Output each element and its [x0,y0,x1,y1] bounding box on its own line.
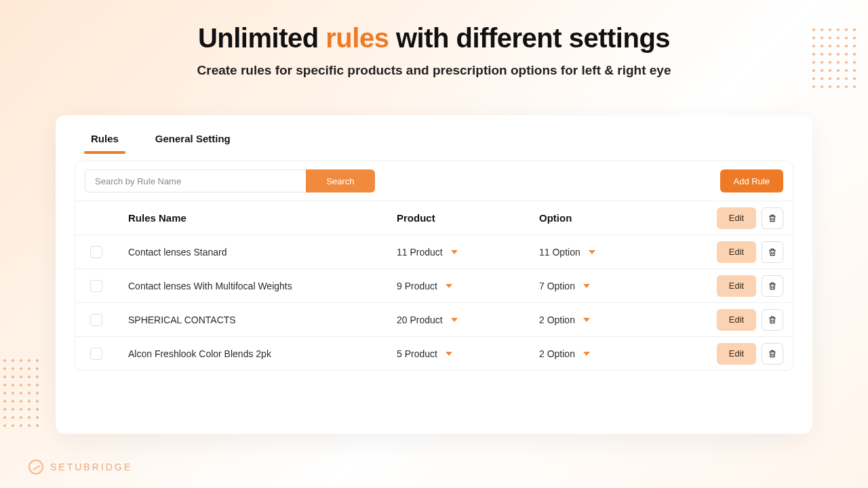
search-input[interactable] [85,169,306,192]
col-option: Option [539,212,675,224]
decorative-dots-bottom-left [3,359,39,427]
search-button[interactable]: Search [306,169,375,192]
add-rule-button[interactable]: Add Rule [720,169,783,192]
brand-logo-icon [28,460,43,474]
edit-button[interactable]: Edit [717,343,756,365]
product-cell: 11 Product [397,247,539,258]
table-row: Contact lenses With Multifocal Weights9 … [75,268,793,302]
page-title: Unlimited rules with different settings [0,23,868,54]
delete-button[interactable] [762,343,783,365]
tab-rules[interactable]: Rules [87,127,123,154]
option-cell: 7 Option [539,281,675,291]
chevron-down-icon[interactable] [589,250,595,254]
trash-icon [768,247,777,257]
product-cell: 9 Product [397,281,539,291]
rule-name-cell: SPHERICAL CONTACTS [128,314,397,325]
toolbar: Search Add Rule [75,161,793,201]
rule-name-cell: Contact lenses With Multifocal Weights [128,281,397,291]
search-group: Search [85,169,375,192]
row-checkbox[interactable] [90,348,102,360]
hero-section: Unlimited rules with different settings … [0,0,868,78]
table-header: Rules Name Product Option Edit [75,201,793,235]
option-cell: 11 Option [539,247,675,258]
tab-bar: Rules General Setting [75,127,793,154]
rules-card: Search Add Rule Rules Name Product Optio… [75,161,793,371]
title-pre: Unlimited [198,23,326,53]
row-checkbox[interactable] [90,246,102,258]
row-checkbox[interactable] [90,314,102,326]
brand-name: SETUBRIDGE [50,462,132,472]
rule-name-cell: Contact lenses Stanard [128,247,397,258]
chevron-down-icon[interactable] [451,318,458,322]
product-cell: 20 Product [397,314,539,325]
rules-panel: Rules General Setting Search Add Rule Ru… [56,115,812,434]
trash-icon [768,281,777,291]
delete-button[interactable] [762,275,783,297]
delete-button[interactable] [762,309,783,331]
chevron-down-icon[interactable] [583,352,590,356]
edit-button[interactable]: Edit [717,275,756,297]
product-cell: 5 Product [397,348,539,359]
col-rules-name: Rules Name [128,212,397,224]
col-product: Product [397,212,539,224]
title-accent: rules [326,23,389,53]
chevron-down-icon[interactable] [583,318,590,322]
chevron-down-icon[interactable] [451,250,458,254]
delete-header-button[interactable] [762,207,783,229]
table-row: Alcon Freshlook Color Blends 2pk5 Produc… [75,336,793,370]
edit-header-button[interactable]: Edit [717,207,756,229]
delete-button[interactable] [762,241,783,263]
decorative-dots-top-right [812,28,856,88]
brand-footer: SETUBRIDGE [28,460,132,474]
edit-button[interactable]: Edit [717,309,756,331]
option-cell: 2 Option [539,348,675,359]
header-actions: Edit [675,207,783,229]
title-post: with different settings [389,23,670,53]
option-cell: 2 Option [539,314,675,325]
chevron-down-icon[interactable] [446,352,452,356]
trash-icon [768,214,777,223]
trash-icon [768,349,777,359]
rule-name-cell: Alcon Freshlook Color Blends 2pk [128,348,397,359]
table-row: Contact lenses Stanard11 Product11 Optio… [75,235,793,268]
trash-icon [768,315,777,325]
chevron-down-icon[interactable] [583,284,590,288]
table-row: SPHERICAL CONTACTS20 Product2 OptionEdit [75,302,793,336]
page-subtitle: Create rules for specific products and p… [0,63,868,78]
row-checkbox[interactable] [90,280,102,292]
edit-button[interactable]: Edit [717,241,756,263]
chevron-down-icon[interactable] [446,284,452,288]
tab-general-setting[interactable]: General Setting [151,127,235,154]
